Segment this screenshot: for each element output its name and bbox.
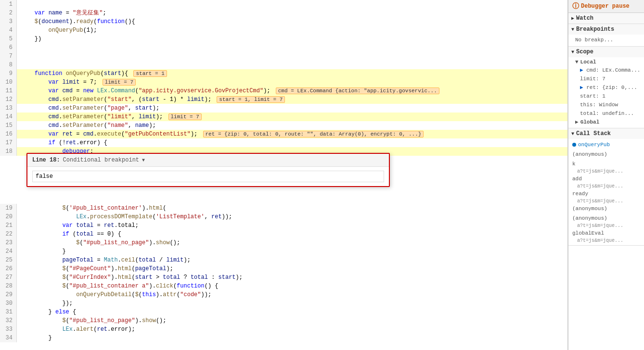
local-label: Local <box>580 59 596 65</box>
info-icon: ⓘ <box>572 2 579 11</box>
call-stack-item-onquerypub[interactable]: onQueryPub <box>570 140 641 150</box>
scope-start: start: 1 <box>580 92 641 100</box>
code-line-7: 7 <box>0 52 567 61</box>
code-line-13: 13 cmd.setParameter("page", start); <box>0 104 567 112</box>
code-line-14: 14 cmd.setParameter("limit", limit); lim… <box>0 112 567 121</box>
global-label: Global <box>580 119 600 125</box>
code-line-31: 31 } else { <box>0 308 567 316</box>
code-line-33: 33 LEx.alert(ret.error); <box>0 325 567 334</box>
scope-ret: ▶ ret: {zip: 0,... <box>580 83 641 92</box>
call-stack-sub-globaleval: a?t=js&m=jque... <box>570 238 641 243</box>
call-stack-label: Call Stack <box>576 130 611 137</box>
code-line-21: 21 var total = ret.total; <box>0 221 567 230</box>
call-stack-item-ready[interactable]: ready <box>570 189 641 199</box>
code-line-20: 20 LEx.processDOMTemplate('ListTemplate'… <box>0 212 567 221</box>
call-stack-item-anonymous-1[interactable]: (anonymous) <box>570 150 641 159</box>
call-stack-item-add[interactable]: add <box>570 174 641 184</box>
local-section-title[interactable]: ▼ Local <box>575 58 641 66</box>
code-line-17: 17 if (!ret.error) { <box>0 138 567 147</box>
call-stack-sub-add: a?t=js&m=jque... <box>570 184 641 189</box>
code-line-28: 28 $("#pub_list_container a").click(func… <box>0 282 567 290</box>
active-indicator <box>572 143 576 147</box>
scope-label: Scope <box>576 49 593 55</box>
call-stack-sub-k: a?t=js&m=jque... <box>570 169 641 174</box>
code-line-25: 25 pageTotal = Math.ceil(total / limit); <box>0 256 567 264</box>
call-stack-section: ▼ Call Stack onQueryPub (anonymous) k a?… <box>568 128 644 246</box>
code-line-10: 10 var limit = 7; limit = 7 <box>0 78 567 87</box>
debugger-paused-header: ⓘ Debugger pause <box>568 0 644 13</box>
scope-limit: limit: 7 <box>580 75 641 83</box>
code-line-9: 9 function onQueryPub(start){ start = 1 <box>0 69 567 78</box>
breakpoint-condition-input[interactable] <box>32 171 384 182</box>
breakpoints-content: No breakp... <box>568 35 644 46</box>
call-stack-sub-ready: a?t=js&m=jque... <box>570 199 641 204</box>
call-stack-item-globaleval[interactable]: globalEval <box>570 228 641 238</box>
code-line-29: 29 onQueryPubDetail($(this).attr("code")… <box>0 290 567 299</box>
breakpoint-type-label: Conditional breakpoint <box>63 157 139 163</box>
call-stack-item-k[interactable]: k <box>570 159 641 169</box>
code-line-4: 4 onQueryPub(1); <box>0 26 567 35</box>
code-line-16: 16 var ret = cmd.execute("getPubContentL… <box>0 130 567 138</box>
code-line-23: 23 $("#pub_list_no_page").show(); <box>0 238 567 247</box>
local-expand-arrow: ▼ <box>575 59 579 65</box>
watch-section-title[interactable]: ▶ Watch <box>568 13 644 24</box>
scope-cmd: ▶ cmd: LEx.Comma... <box>580 66 641 75</box>
call-stack-sub-anonymous-3: a?t=js&m=jque... <box>570 223 641 228</box>
code-line-19: 19 $('#pub_list_container').html( <box>0 204 567 212</box>
breakpoints-expand-arrow: ▼ <box>571 27 574 32</box>
breakpoints-label: Breakpoints <box>576 26 614 33</box>
breakpoint-dropdown-arrow[interactable]: ▼ <box>142 158 145 163</box>
call-stack-section-title[interactable]: ▼ Call Stack <box>568 128 644 139</box>
code-line-12: 12 cmd.setParameter("start", (start - 1)… <box>0 95 567 104</box>
watch-expand-arrow: ▶ <box>571 15 574 21</box>
scope-section: ▼ Scope ▼ Local ▶ cmd: LEx.Comma... limi… <box>568 47 644 128</box>
watch-label: Watch <box>576 15 593 22</box>
code-line-22: 22 if (total == 0) { <box>0 230 567 238</box>
no-breakpoints-text: No breakp... <box>575 36 641 44</box>
scope-section-title[interactable]: ▼ Scope <box>568 47 644 57</box>
code-line-32: 32 $("#pub_list_no_page").show(); <box>0 316 567 325</box>
breakpoints-section-title[interactable]: ▼ Breakpoints <box>568 24 644 35</box>
breakpoint-header: Line 18: Conditional breakpoint ▼ <box>27 154 389 167</box>
code-line-1: 1 <box>0 0 567 9</box>
code-line-26: 26 $("#PageCount").html(pageTotal); <box>0 264 567 273</box>
scope-total: total: undefin... <box>580 109 641 118</box>
scope-expand-arrow: ▼ <box>571 50 574 55</box>
breakpoints-section: ▼ Breakpoints No breakp... <box>568 24 644 47</box>
breakpoint-popup[interactable]: Line 18: Conditional breakpoint ▼ <box>26 153 390 187</box>
global-section-title[interactable]: ▶ Global <box>575 118 641 126</box>
local-items: ▶ cmd: LEx.Comma... limit: 7 ▶ ret: {zip… <box>575 66 641 118</box>
scope-this: this: Window <box>580 100 641 109</box>
code-line-30: 30 }); <box>0 299 567 308</box>
breakpoint-line-label: Line 18: <box>32 157 60 163</box>
debugger-panel: ⓘ Debugger pause ▶ Watch ▼ Breakpoints N… <box>568 0 644 350</box>
code-line-11: 11 var cmd = new LEx.Command("app.icity.… <box>0 87 567 95</box>
code-line-15: 15 cmd.setParameter("name", name); <box>0 121 567 130</box>
global-expand-arrow: ▶ <box>575 119 579 125</box>
code-line-27: 27 $("#CurrIndex").html(start > total ? … <box>0 273 567 282</box>
code-line-2: 2 var name = "意见征集"; <box>0 9 567 17</box>
code-line-6: 6 <box>0 43 567 52</box>
code-line-34: 34 } <box>0 334 567 342</box>
call-stack-expand-arrow: ▼ <box>571 131 574 137</box>
breakpoint-input-area <box>27 167 389 186</box>
call-stack-content: onQueryPub (anonymous) k a?t=js&m=jque..… <box>568 139 644 245</box>
code-line-24: 24 } <box>0 247 567 256</box>
call-stack-item-anonymous-2[interactable]: (anonymous) <box>570 204 641 213</box>
call-stack-item-anonymous-3[interactable]: (anonymous) <box>570 213 641 223</box>
code-line-8: 8 <box>0 61 567 69</box>
debugger-title: Debugger pause <box>581 3 630 10</box>
watch-section: ▶ Watch <box>568 13 644 24</box>
code-line-3: 3 $(document).ready(function(){ <box>0 17 567 26</box>
code-editor: 1 2 var name = "意见征集"; 3 $(document).rea… <box>0 0 567 350</box>
scope-content: ▼ Local ▶ cmd: LEx.Comma... limit: 7 ▶ r… <box>568 57 644 128</box>
code-line-5: 5 }) <box>0 35 567 43</box>
